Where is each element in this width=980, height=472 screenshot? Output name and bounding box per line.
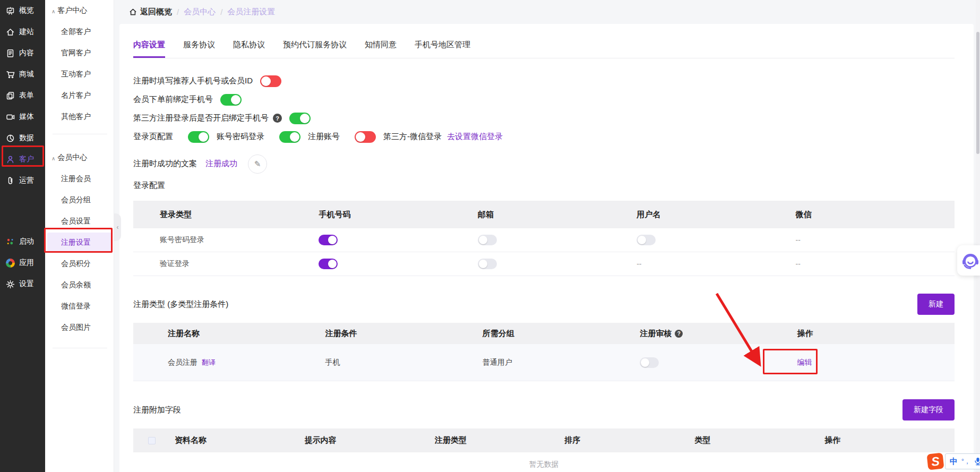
subnav-label: 微信登录 — [61, 302, 91, 311]
wechat-thirdparty-toggle[interactable] — [355, 131, 376, 143]
setting-bind-phone-row: 会员下单前绑定手机号 — [133, 90, 955, 109]
content-card: 内容设置 服务协议 隐私协议 预约代订服务协议 知情同意 手机号地区管理 注册时… — [119, 24, 974, 472]
tab-phone-region[interactable]: 手机号地区管理 — [415, 40, 470, 58]
register-name-cell: 会员注册 翻译 — [168, 358, 325, 367]
setting-thirdparty-bind-row: 第三方注册登录后是否开启绑定手机号 ? — [133, 109, 955, 127]
sidebar-item-launch[interactable]: 启动 — [0, 231, 45, 252]
extra-fields-table: 资料名称 提示内容 注册类型 排序 类型 操作 暂无数据 — [133, 428, 955, 469]
email-login-toggle[interactable] — [478, 235, 497, 245]
subnav-item-register-settings[interactable]: 注册设置 — [47, 233, 111, 253]
sidebar-item-label: 表单 — [19, 91, 34, 100]
sidebar-item-overview[interactable]: 概览 — [0, 0, 45, 21]
new-field-button[interactable]: 新建字段 — [902, 399, 955, 420]
edit-link[interactable]: 编辑 — [797, 358, 955, 367]
audit-toggle[interactable] — [640, 357, 659, 368]
settings-list: 注册时填写推荐人手机号或会员ID 会员下单前绑定手机号 第三方注册登录后是否开启… — [133, 58, 955, 173]
sidebar-item-label: 设置 — [19, 279, 34, 289]
help-icon[interactable]: ? — [273, 114, 282, 123]
media-icon — [6, 113, 15, 122]
chevron-up-icon: ∧ — [51, 8, 55, 14]
subnav-item-other-customers[interactable]: 其他客户 — [45, 106, 114, 127]
subnav-label: 会员积分 — [61, 259, 91, 269]
primary-sidebar-bottom-group: 启动 应用 设置 — [0, 231, 45, 295]
table-header-row: 登录类型 手机号码 邮箱 用户名 微信 — [133, 201, 955, 228]
ime-language-indicator[interactable]: 中 — [950, 457, 958, 467]
headset-icon — [960, 250, 980, 271]
ime-punctuation-indicator[interactable]: °， — [961, 457, 970, 466]
sidebar-item-media[interactable]: 媒体 — [0, 106, 45, 127]
subnav-label: 会员图片 — [61, 323, 91, 332]
content-icon — [6, 49, 15, 58]
setting-label: 第三方注册登录后是否开启绑定手机号 — [133, 113, 269, 123]
sidebar-item-operation[interactable]: 运营 — [0, 170, 45, 191]
col-header: 资料名称 — [175, 435, 305, 445]
col-header: 操作 — [824, 435, 955, 445]
new-register-type-button[interactable]: 新建 — [917, 294, 955, 315]
tab-content-settings[interactable]: 内容设置 — [133, 40, 165, 58]
breadcrumb-home-link[interactable]: 返回概览 — [129, 7, 172, 17]
subnav-label: 注册会员 — [61, 174, 91, 184]
register-type-section-bar: 注册类型 (多类型注册条件) 新建 — [133, 294, 955, 315]
sidebar-item-label: 数据 — [19, 133, 34, 143]
subnav-label: 注册设置 — [61, 238, 91, 247]
section-member-center[interactable]: ∧ 会员中心 — [45, 147, 114, 168]
scrollbar[interactable] — [976, 0, 980, 472]
scrollbar-thumb[interactable] — [976, 32, 979, 154]
section-customer-center[interactable]: ∧ 客户中心 — [45, 0, 114, 21]
bind-phone-toggle[interactable] — [220, 94, 242, 106]
sidebar-item-mall[interactable]: 商城 — [0, 64, 45, 85]
subnav-item-member-images[interactable]: 会员图片 — [45, 317, 114, 338]
subnav-item-member-group[interactable]: 会员分组 — [45, 190, 114, 211]
success-text-value[interactable]: 注册成功 — [205, 159, 237, 169]
tab-informed-consent[interactable]: 知情同意 — [365, 40, 397, 58]
subnav-item-member-balance[interactable]: 会员余额 — [45, 274, 114, 296]
subnav-item-all-customers[interactable]: 全部客户 — [45, 21, 114, 42]
sidebar-item-form[interactable]: 表单 — [0, 85, 45, 106]
setting-login-page-row: 登录页配置 账号密码登录 注册账号 第三方-微信登录 去设置微信登录 — [133, 127, 955, 146]
phone-login-toggle[interactable] — [319, 235, 338, 245]
subnav-item-card-customers[interactable]: 名片客户 — [45, 85, 114, 106]
data-icon — [6, 134, 15, 143]
sidebar-item-site[interactable]: 建站 — [0, 21, 45, 42]
breadcrumb-member-center[interactable]: 会员中心 — [184, 7, 216, 17]
subnav-item-member-points[interactable]: 会员积分 — [45, 253, 114, 274]
edit-pencil-button[interactable]: ✎ — [248, 155, 267, 174]
sogou-logo[interactable]: S — [927, 453, 944, 470]
email-login-toggle[interactable] — [478, 259, 497, 269]
setup-wechat-login-link[interactable]: 去设置微信登录 — [447, 132, 503, 142]
username-login-toggle[interactable] — [637, 235, 656, 245]
col-header: 注册条件 — [325, 329, 482, 339]
translate-link[interactable]: 翻译 — [202, 358, 216, 367]
register-account-toggle[interactable] — [279, 131, 300, 143]
referrer-toggle[interactable] — [260, 75, 281, 87]
setting-label: 注册时填写推荐人手机号或会员ID — [133, 76, 253, 86]
subnav-item-wechat-login[interactable]: 微信登录 — [45, 296, 114, 317]
subnav-item-register-member[interactable]: 注册会员 — [45, 168, 114, 190]
select-all-checkbox[interactable] — [148, 437, 156, 444]
sidebar-item-settings[interactable]: 设置 — [0, 273, 45, 295]
subnav-label: 会员分组 — [61, 195, 91, 205]
help-icon[interactable]: ? — [675, 330, 683, 338]
breadcrumb: 返回概览 / 会员中心 / 会员注册设置 — [114, 0, 980, 23]
sidebar-item-content[interactable]: 内容 — [0, 42, 45, 64]
subnav-item-site-customers[interactable]: 官网客户 — [45, 42, 114, 64]
divider — [53, 134, 107, 134]
sidebar-item-label: 媒体 — [19, 112, 34, 122]
site-icon — [6, 28, 15, 37]
tab-booking-agreement[interactable]: 预约代订服务协议 — [283, 40, 347, 58]
subnav-item-interactive-customers[interactable]: 互动客户 — [45, 64, 114, 85]
tab-privacy-agreement[interactable]: 隐私协议 — [233, 40, 265, 58]
sidebar-item-customer[interactable]: 客户 — [0, 149, 45, 170]
account-password-toggle[interactable] — [188, 131, 209, 143]
sidebar-item-data[interactable]: 数据 — [0, 127, 45, 149]
subnav-item-member-settings[interactable]: 会员设置 — [45, 211, 114, 232]
collapse-chevron: ‹ — [117, 224, 119, 231]
subnav-label: 互动客户 — [61, 70, 91, 79]
tab-service-agreement[interactable]: 服务协议 — [183, 40, 215, 58]
microphone-icon[interactable] — [974, 457, 980, 466]
sidebar-collapse-handle[interactable]: ‹ — [114, 213, 121, 241]
customer-service-button[interactable] — [957, 245, 980, 276]
phone-login-toggle[interactable] — [319, 259, 338, 269]
thirdparty-bind-toggle[interactable] — [289, 113, 311, 124]
sidebar-item-apps[interactable]: 应用 — [0, 252, 45, 273]
